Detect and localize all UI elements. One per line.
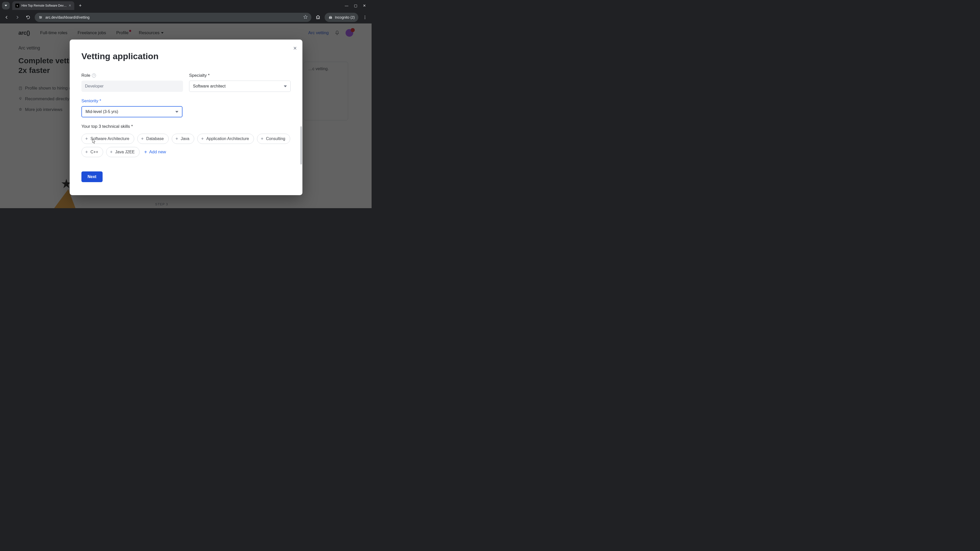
skill-chip[interactable]: +Application Architecture (197, 134, 254, 144)
plus-icon: + (144, 149, 147, 155)
browser-chrome: ⌁ Hire Top Remote Software Dev… × + — ▢ … (0, 0, 372, 24)
back-button[interactable] (3, 13, 11, 21)
browser-toolbar: arc.dev/dashboard/d/vetting Incognito (2… (0, 11, 372, 24)
modal-close-button[interactable]: × (293, 45, 297, 51)
add-new-skill-button[interactable]: +Add new (143, 149, 166, 155)
close-window-button[interactable]: ✕ (363, 3, 366, 8)
chevron-down-icon (284, 86, 287, 87)
plus-icon: + (85, 150, 88, 154)
chevron-down-icon (175, 111, 178, 113)
svg-point-3 (329, 17, 330, 19)
plus-icon: + (261, 137, 264, 141)
seniority-select[interactable]: Mid-level (3-5 yrs) (81, 106, 183, 118)
skill-chip[interactable]: +Software Architecture (81, 134, 134, 144)
plus-icon: + (176, 137, 178, 141)
skills-chips: +Software Architecture +Database +Java +… (81, 134, 291, 157)
minimize-button[interactable]: — (345, 3, 348, 8)
role-field: Developer (81, 81, 183, 92)
skill-chip[interactable]: +Java (172, 134, 194, 144)
site-settings-icon[interactable] (38, 15, 43, 20)
incognito-label: Incognito (2) (335, 15, 355, 19)
scrollbar[interactable] (301, 126, 302, 165)
forward-button[interactable] (13, 13, 21, 21)
svg-point-6 (365, 17, 365, 17)
plus-icon: + (85, 137, 88, 141)
plus-icon: + (110, 150, 113, 154)
tab-close-icon[interactable]: × (68, 3, 71, 8)
window-controls: — ▢ ✕ (345, 3, 369, 8)
tab-title: Hire Top Remote Software Dev… (21, 4, 67, 7)
address-bar[interactable]: arc.dev/dashboard/d/vetting (35, 13, 311, 22)
svg-point-4 (331, 17, 332, 19)
maximize-button[interactable]: ▢ (354, 3, 357, 8)
vetting-modal: × Vetting application Role ? Developer S… (70, 40, 302, 195)
svg-point-1 (41, 17, 41, 18)
tabs-search-button[interactable] (2, 2, 10, 10)
seniority-label: Seniority * (81, 98, 183, 103)
svg-point-2 (40, 18, 41, 19)
skills-label: Your top 3 technical skills * (81, 124, 291, 129)
plus-icon: + (201, 137, 204, 141)
role-label: Role ? (81, 73, 183, 78)
reload-button[interactable] (24, 13, 32, 21)
favicon-icon: ⌁ (15, 3, 19, 8)
kebab-menu-button[interactable] (361, 13, 369, 21)
plus-icon: + (141, 137, 144, 141)
skill-chip[interactable]: +Java J2EE (106, 147, 140, 157)
extensions-button[interactable] (314, 13, 322, 21)
tab-strip: ⌁ Hire Top Remote Software Dev… × + — ▢ … (0, 0, 372, 11)
svg-point-7 (365, 18, 365, 19)
browser-tab[interactable]: ⌁ Hire Top Remote Software Dev… × (12, 1, 74, 10)
incognito-indicator[interactable]: Incognito (2) (325, 13, 358, 22)
skill-chip[interactable]: +Database (137, 134, 169, 144)
svg-point-0 (40, 16, 40, 17)
url-text: arc.dev/dashboard/d/vetting (45, 15, 89, 19)
incognito-icon (328, 15, 333, 20)
info-icon[interactable]: ? (92, 73, 96, 78)
chevron-down-icon (5, 5, 7, 6)
next-button[interactable]: Next (81, 171, 103, 182)
specialty-label: Specialty * (189, 73, 291, 78)
specialty-select[interactable]: Software architect (189, 81, 291, 92)
new-tab-button[interactable]: + (77, 2, 84, 9)
modal-title: Vetting application (81, 51, 291, 61)
skill-chip[interactable]: +C++ (81, 147, 103, 157)
svg-point-5 (365, 16, 365, 16)
skill-chip[interactable]: +Consulting (257, 134, 290, 144)
bookmark-icon[interactable] (303, 15, 308, 20)
